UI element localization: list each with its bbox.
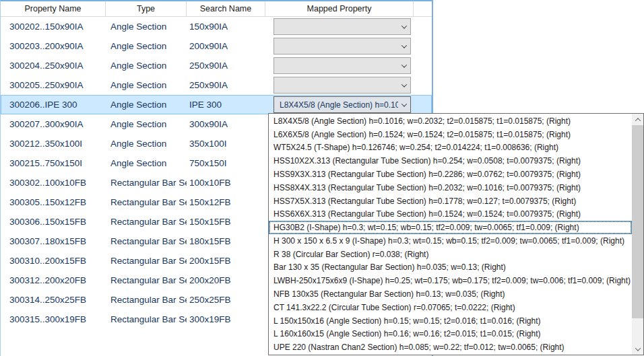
cell-type: Rectangular Bar Sect xyxy=(106,236,187,246)
table-header-row: Property Name Type Search Name Mapped Pr… xyxy=(1,1,432,17)
cell-search-name: 250x90IA xyxy=(187,80,265,90)
scrollbar-thumb[interactable] xyxy=(632,125,643,318)
dropdown-item[interactable]: HSS10X2X.313 (Rectangular Tube Section) … xyxy=(269,154,632,168)
scroll-up-button[interactable] xyxy=(632,114,643,125)
dropdown-item[interactable]: L6X6X5/8 (Angle Section) h=0.1524; w=0.1… xyxy=(269,128,632,141)
table-row[interactable]: 300205..250x90IA Angle Section 250x90IA xyxy=(1,75,432,95)
dropdown-item-label: Bar 130 x 35 (Rectangular Bar Section) h… xyxy=(273,262,506,272)
dropdown-item-label: NFB 130x35 (Rectangular Bar Section) h=0… xyxy=(273,289,505,299)
dropdown-item[interactable]: Bar 130 x 35 (Rectangular Bar Section) h… xyxy=(269,261,632,275)
cell-type: Angle Section xyxy=(106,22,187,32)
dropdown-item-label: H 300 x 150 x 6.5 x 9 (I-Shape) h=0.3; w… xyxy=(273,236,624,246)
dropdown-scrollbar[interactable] xyxy=(632,114,643,355)
cell-search-name: 200x20FB xyxy=(187,275,265,285)
chevron-down-icon xyxy=(398,38,410,54)
cell-search-name: 150x12FB xyxy=(187,197,265,207)
dropdown-item[interactable]: NFB 130x35 (Rectangular Bar Section) h=0… xyxy=(269,287,632,301)
mapped-property-combobox[interactable] xyxy=(273,77,411,94)
dropdown-item[interactable]: HSS7X5X.313 (Rectangular Tube Section) h… xyxy=(269,194,632,208)
dropdown-item[interactable]: R 38 (Circular Bar Section) r=0.038; (Ri… xyxy=(269,248,632,261)
chevron-down-icon xyxy=(398,97,410,112)
chevron-down-icon xyxy=(398,19,410,34)
dropdown-item-label: UPE 220 (Nastran Chan2 Section) h=0.085;… xyxy=(273,343,565,352)
cell-type: Angle Section xyxy=(106,139,187,149)
cell-property-name: 300204..250x90IA xyxy=(1,61,106,71)
cell-property-name: 300203..200x90IA xyxy=(1,41,106,51)
dropdown-item-label: HG30B2 (I-Shape) h=0.3; wt=0.15; wb=0.15… xyxy=(273,223,579,232)
cell-search-name: 200x15FB xyxy=(187,256,265,266)
dropdown-item[interactable]: L 150x150x16 (Angle Section) h=0.15; w=0… xyxy=(269,314,632,328)
dropdown-item-list: L8X4X5/8 (Angle Section) h=0.1016; w=0.2… xyxy=(269,114,632,355)
column-header-type[interactable]: Type xyxy=(106,1,187,16)
cell-search-name: IPE 300 xyxy=(187,100,265,110)
cell-type: Angle Section xyxy=(106,41,187,51)
cell-search-name: 300x90IA xyxy=(187,119,265,129)
mapped-property-combobox[interactable] xyxy=(273,18,411,35)
scroll-down-button[interactable] xyxy=(632,343,643,355)
cell-property-name: 300202..150x90IA xyxy=(1,22,106,32)
chevron-down-icon xyxy=(398,77,410,93)
chevron-up-icon xyxy=(635,118,640,123)
dropdown-item-label: WT5X24.5 (T-Shape) h=0.126746; w=0.254; … xyxy=(273,143,558,152)
column-header-spare xyxy=(414,1,432,16)
cell-property-name: 300212..350x100I xyxy=(1,139,106,149)
cell-search-name: 150x15FB xyxy=(187,217,265,227)
cell-type: Rectangular Bar Sect xyxy=(106,178,187,188)
cell-property-name: 300315..300x19FB xyxy=(1,314,106,324)
cell-property-name: 300305..150x12FB xyxy=(1,197,106,207)
cell-type: Angle Section xyxy=(106,100,187,110)
dropdown-item[interactable]: HG30B2 (I-Shape) h=0.3; wt=0.15; wb=0.15… xyxy=(269,221,632,234)
cell-search-name: 250x90IA xyxy=(187,61,265,71)
dropdown-item[interactable]: CT 141.3x22.2 (Circular Tube Section) r=… xyxy=(269,301,632,314)
column-header-search-name[interactable]: Search Name xyxy=(187,1,265,16)
table-row[interactable]: 300206..IPE 300 Angle Section IPE 300 L8… xyxy=(1,95,432,114)
dropdown-item[interactable]: LWBH-250x175x6x9 (I-Shape) h=0.25; wt=0.… xyxy=(269,274,632,287)
dropdown-item-label: L8X4X5/8 (Angle Section) h=0.1016; w=0.2… xyxy=(273,116,571,126)
mapped-property-combobox[interactable] xyxy=(273,38,411,55)
dropdown-item-label: HSS9X3X.313 (Rectangular Tube Section) h… xyxy=(273,170,581,179)
dropdown-item[interactable]: HSS9X3X.313 (Rectangular Tube Section) h… xyxy=(269,168,632,181)
dropdown-item-label: HSS8X4X.313 (Rectangular Tube Section) h… xyxy=(273,183,581,192)
cell-property-name: 300312..200x20FB xyxy=(1,275,106,285)
scrollbar-track[interactable] xyxy=(632,318,643,343)
cell-type: Angle Section xyxy=(106,61,187,71)
cell-type: Rectangular Bar Sect xyxy=(106,217,187,227)
dropdown-item-label: LWBH-250x175x6x9 (I-Shape) h=0.25; wt=0.… xyxy=(273,276,631,285)
cell-property-name: 300314..250x25FB xyxy=(1,295,106,305)
cell-property-name: 300307..180x15FB xyxy=(1,236,106,246)
dropdown-item[interactable]: UPE 220 (Nastran Chan2 Section) h=0.085;… xyxy=(269,341,632,354)
dropdown-item[interactable]: HSS6X6X.313 (Rectangular Tube Section) h… xyxy=(269,207,632,221)
dropdown-item-label: HSS10X2X.313 (Rectangular Tube Section) … xyxy=(273,156,581,166)
table-row[interactable]: 300204..250x90IA Angle Section 250x90IA xyxy=(1,56,432,75)
chevron-down-icon xyxy=(635,345,640,351)
cell-property-name: 300310..200x15FB xyxy=(1,256,106,266)
dropdown-item-label: L6X6X5/8 (Angle Section) h=0.1524; w=0.1… xyxy=(273,130,571,139)
dropdown-item-label: CT 141.3x22.2 (Circular Tube Section) r=… xyxy=(273,303,515,312)
column-header-property-name[interactable]: Property Name xyxy=(1,1,106,16)
cell-type: Rectangular Bar Sect xyxy=(106,295,187,305)
cell-search-name: 180x15FB xyxy=(187,236,265,246)
dropdown-item[interactable]: HSS8X4X.313 (Rectangular Tube Section) h… xyxy=(269,181,632,194)
column-header-mapped-property[interactable]: Mapped Property xyxy=(265,1,414,16)
dropdown-item-label: HSS7X5X.313 (Rectangular Tube Section) h… xyxy=(273,197,576,206)
cell-search-name: 150x90IA xyxy=(187,22,265,32)
dropdown-item[interactable]: L 160x160x15 (Angle Section) h=0.16; w=0… xyxy=(269,328,632,341)
dropdown-item-label: L 160x160x15 (Angle Section) h=0.16; w=0… xyxy=(273,329,541,339)
cell-type: Rectangular Bar Sect xyxy=(106,197,187,207)
cell-search-name: 750x150I xyxy=(187,158,265,168)
cell-type: Rectangular Bar Sect xyxy=(106,256,187,266)
dropdown-item-label: HSS6X6X.313 (Rectangular Tube Section) h… xyxy=(273,209,581,219)
dropdown-item-label: L 150x150x16 (Angle Section) h=0.15; w=0… xyxy=(273,316,541,326)
cell-property-name: 300302..100x10FB xyxy=(1,178,106,188)
dropdown-item[interactable]: WT5X24.5 (T-Shape) h=0.126746; w=0.254; … xyxy=(269,141,632,155)
cell-property-name: 300206..IPE 300 xyxy=(1,100,106,110)
cell-type: Angle Section xyxy=(106,158,187,168)
dropdown-item[interactable]: L8X4X5/8 (Angle Section) h=0.1016; w=0.2… xyxy=(269,114,632,128)
table-row[interactable]: 300203..200x90IA Angle Section 200x90IA xyxy=(1,36,432,56)
cell-type: Angle Section xyxy=(106,80,187,90)
mapped-property-combobox[interactable] xyxy=(273,57,411,74)
mapped-property-combobox[interactable]: L8X4X5/8 (Angle Section) h=0.101 xyxy=(273,96,411,113)
mapped-property-dropdown-popup: L8X4X5/8 (Angle Section) h=0.1016; w=0.2… xyxy=(268,113,644,355)
table-row[interactable]: 300202..150x90IA Angle Section 150x90IA xyxy=(1,17,432,36)
dropdown-item[interactable]: H 300 x 150 x 6.5 x 9 (I-Shape) h=0.3; w… xyxy=(269,234,632,248)
